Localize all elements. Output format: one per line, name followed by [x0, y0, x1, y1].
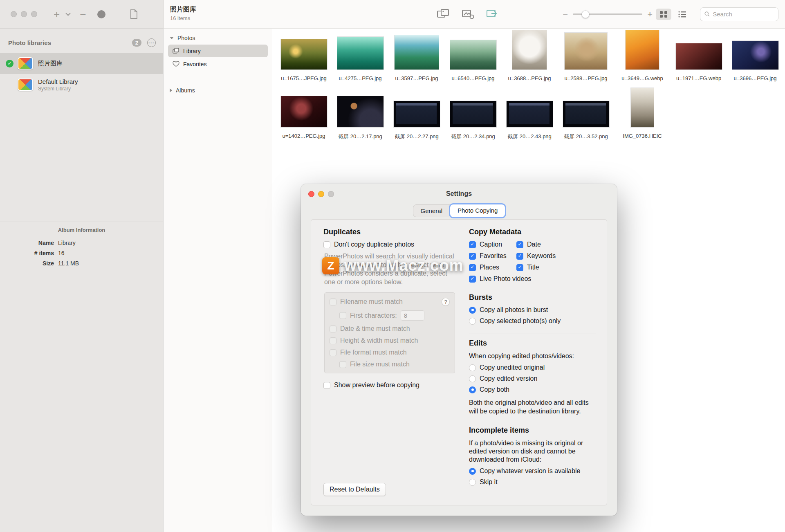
radio-unselected[interactable] [469, 375, 476, 382]
radio-unselected[interactable] [469, 479, 476, 486]
photo-thumbnail[interactable] [337, 96, 384, 127]
find-duplicates-icon[interactable] [461, 9, 474, 20]
thumbnail-size-slider[interactable] [573, 13, 642, 15]
date-checkbox-row[interactable]: Date [516, 241, 596, 248]
copy-unedited-radio-row[interactable]: Copy unedited original [469, 364, 596, 371]
first-characters-field [401, 310, 424, 321]
page-title: 照片图库 [170, 5, 196, 14]
search-input[interactable] [713, 11, 774, 18]
albums-group-row[interactable]: Albums [164, 84, 272, 97]
radio-selected[interactable] [469, 468, 476, 475]
tab-general[interactable]: General [413, 204, 450, 217]
reset-to-defaults-button[interactable]: Reset to Defaults [323, 483, 386, 496]
add-library-button[interactable]: + [54, 9, 60, 20]
checkbox-checked[interactable] [469, 253, 476, 260]
checkbox-checked[interactable] [516, 253, 523, 260]
title-checkbox-row[interactable]: Title [516, 264, 596, 271]
copy-all-burst-radio-row[interactable]: Copy all photos in burst [469, 306, 596, 314]
photo-thumbnail[interactable] [337, 37, 384, 70]
tab-photo-copying[interactable]: Photo Copying [450, 204, 505, 217]
photo-cell: u=1402…PEG.jpg [276, 88, 332, 140]
grid-view-button[interactable] [656, 9, 671, 20]
photo-thumbnail[interactable] [512, 30, 547, 70]
toolbar-main: 照片图库 16 items − + [164, 0, 785, 29]
photo-thumbnail[interactable] [676, 43, 722, 70]
dialog-minimize-button[interactable] [318, 191, 324, 197]
photo-filename: u=1402…PEG.jpg [282, 133, 325, 139]
zoom-out-icon[interactable]: − [563, 10, 568, 19]
radio-selected[interactable] [469, 386, 476, 393]
library-row-selected[interactable]: ✓ 照片图库 [0, 53, 163, 74]
source-item-label: Favorites [183, 61, 207, 67]
copy-whatever-radio-row[interactable]: Copy whatever version is available [469, 467, 596, 475]
checkbox-checked[interactable] [469, 264, 476, 271]
remove-library-button[interactable]: − [80, 9, 86, 20]
search-field[interactable] [700, 7, 778, 21]
sidebar-header: Photo libraries 2 ··· [0, 29, 163, 53]
library-row[interactable]: Default Library System Library [0, 74, 163, 95]
copy-selected-burst-radio-row[interactable]: Copy selected photo(s) only [469, 317, 596, 325]
photo-thumbnail[interactable] [626, 30, 659, 70]
filename-must-match-row: Filename must match ? [330, 298, 450, 306]
disclosure-right-icon[interactable] [170, 88, 172, 92]
checkbox-checked[interactable] [469, 276, 476, 283]
photo-thumbnail[interactable] [565, 33, 607, 70]
photo-thumbnail[interactable] [281, 96, 327, 127]
minimize-button[interactable] [21, 11, 27, 17]
show-preview-checkbox-row[interactable]: Show preview before copying [323, 382, 455, 389]
caption-checkbox-row[interactable]: Caption [469, 241, 516, 248]
places-checkbox-row[interactable]: Places [469, 264, 516, 271]
radio-selected[interactable] [469, 307, 476, 314]
photos-group-row[interactable]: Photos [164, 32, 272, 44]
merge-libraries-icon[interactable] [437, 9, 450, 20]
photo-cell: 截屏 20…2.43.png [501, 88, 558, 140]
photos-group-label: Photos [177, 35, 195, 41]
dont-copy-duplicates-checkbox-row[interactable]: Don't copy duplicate photos [323, 241, 455, 248]
photo-thumbnail[interactable] [281, 39, 327, 70]
copy-edited-radio-row[interactable]: Copy edited version [469, 375, 596, 382]
toolbar-right: − + [563, 0, 778, 28]
close-button[interactable] [11, 11, 17, 17]
item-count: 16 items [170, 15, 196, 21]
checkbox-checked[interactable] [516, 264, 523, 271]
photo-thumbnail[interactable] [394, 101, 440, 127]
info-document-button[interactable] [130, 9, 138, 19]
library-subtitle: System Library [38, 86, 78, 92]
photo-filename: u=1971…EG.webp [676, 75, 721, 81]
photo-thumbnail[interactable] [507, 101, 553, 127]
zoom-in-icon[interactable]: + [647, 10, 653, 19]
add-dropdown-chevron-icon[interactable] [65, 12, 71, 16]
checkbox-checked[interactable] [516, 241, 523, 248]
dialog-close-button[interactable] [308, 191, 314, 197]
checkbox-unchecked[interactable] [323, 241, 330, 248]
file-format-must-match-row: File format must match [330, 349, 450, 356]
favorites-checkbox-row[interactable]: Favorites [469, 252, 516, 260]
photo-thumbnail[interactable] [450, 101, 496, 127]
slider-knob[interactable] [581, 10, 589, 18]
photo-thumbnail[interactable] [631, 88, 654, 127]
skip-it-radio-row[interactable]: Skip it [469, 478, 596, 486]
keywords-checkbox-row[interactable]: Keywords [516, 252, 596, 260]
radio-unselected[interactable] [469, 318, 476, 325]
copy-options-column: Copy Metadata Caption Date Favorites Key… [469, 228, 596, 496]
photo-cell: u=1675…JPEG.jpg [276, 30, 332, 81]
radio-unselected[interactable] [469, 364, 476, 371]
source-item-favorites[interactable]: Favorites [168, 58, 268, 70]
list-view-button[interactable] [675, 9, 690, 20]
photo-thumbnail[interactable] [395, 35, 439, 70]
duplicates-column: Duplicates Don't copy duplicate photos P… [323, 228, 455, 496]
help-button[interactable]: ? [442, 298, 450, 306]
source-item-library[interactable]: Library [168, 45, 268, 57]
disclosure-down-icon[interactable] [170, 37, 174, 39]
photo-thumbnail[interactable] [450, 40, 496, 70]
checkbox-unchecked[interactable] [323, 382, 330, 389]
photo-thumbnail[interactable] [732, 41, 778, 70]
copy-photos-icon[interactable] [486, 9, 499, 20]
copy-both-radio-row[interactable]: Copy both [469, 386, 596, 393]
checkbox-checked[interactable] [469, 241, 476, 248]
library-circle-icon[interactable] [97, 10, 105, 18]
live-photo-videos-checkbox-row[interactable]: Live Photo videos [469, 275, 596, 283]
more-options-button[interactable]: ··· [147, 38, 156, 47]
photo-thumbnail[interactable] [563, 101, 609, 127]
zoom-button[interactable] [31, 11, 37, 17]
